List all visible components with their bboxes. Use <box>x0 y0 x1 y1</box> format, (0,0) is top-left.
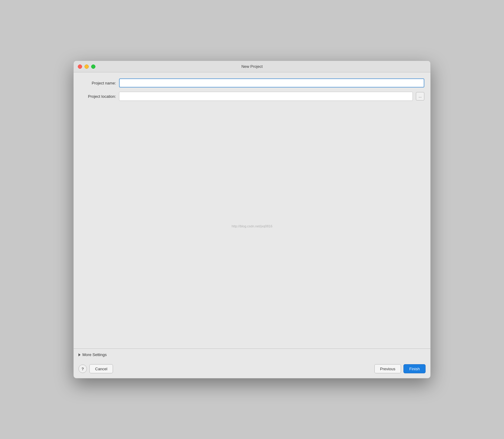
more-settings-label: More Settings <box>82 352 107 357</box>
project-name-row: Project name: <box>80 78 424 87</box>
project-location-row: Project location: ... <box>80 92 424 101</box>
more-settings-arrow-icon <box>78 353 81 356</box>
cancel-button[interactable]: Cancel <box>89 364 113 373</box>
maximize-button[interactable] <box>91 64 95 69</box>
previous-button[interactable]: Previous <box>374 364 401 373</box>
project-location-label: Project location: <box>80 94 116 99</box>
window-title: New Project <box>241 64 263 69</box>
project-location-input[interactable] <box>119 92 413 101</box>
button-bar: ? Cancel Previous Finish <box>74 361 430 378</box>
project-name-label: Project name: <box>80 81 116 85</box>
project-name-input[interactable] <box>119 78 424 87</box>
browse-button[interactable]: ... <box>416 92 424 101</box>
button-bar-right: Previous Finish <box>374 364 426 373</box>
watermark-area: http://blog.csdn.net/jxq0816 <box>80 104 424 348</box>
finish-button[interactable]: Finish <box>403 364 426 373</box>
form-area: Project name: Project location: ... <box>80 78 424 101</box>
bottom-section: More Settings ? Cancel Previous Finish <box>74 348 430 378</box>
content-area: Project name: Project location: ... http… <box>74 72 430 348</box>
button-bar-left: ? Cancel <box>78 364 113 373</box>
traffic-lights <box>78 64 95 69</box>
minimize-button[interactable] <box>85 64 89 69</box>
watermark-text: http://blog.csdn.net/jxq0816 <box>232 224 273 228</box>
help-button[interactable]: ? <box>78 365 87 373</box>
close-button[interactable] <box>78 64 82 69</box>
titlebar: New Project <box>74 61 430 72</box>
new-project-window: New Project Project name: Project locati… <box>73 61 431 378</box>
more-settings-toggle[interactable]: More Settings <box>74 349 430 361</box>
